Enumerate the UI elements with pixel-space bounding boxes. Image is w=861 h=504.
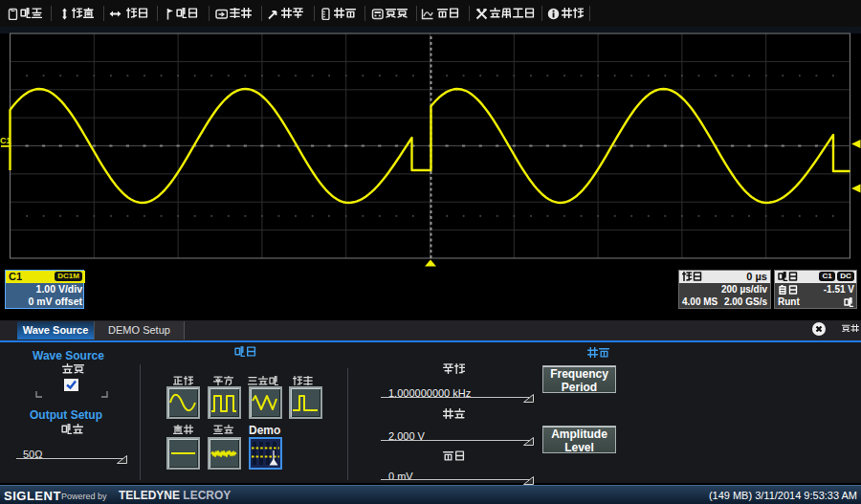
svg-text:C1: C1: [0, 136, 11, 145]
